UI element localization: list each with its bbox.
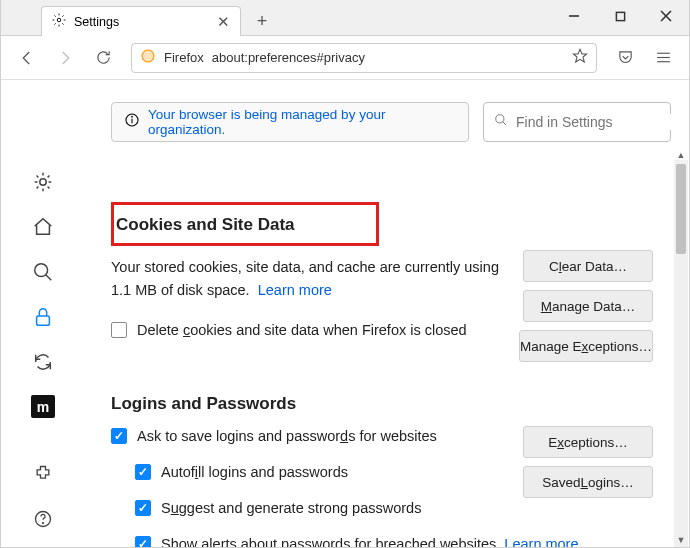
managed-banner: Your browser is being managed by your or… [111,102,469,142]
saved-logins-button[interactable]: Saved Logins… [523,466,653,498]
logins-section-title: Logins and Passwords [111,394,671,414]
ask-save-logins-label: Ask to save logins and passwords for web… [137,428,437,444]
breached-alerts-checkbox[interactable] [135,536,151,548]
suggest-passwords-checkbox[interactable] [135,500,151,516]
window-controls [551,0,689,32]
settings-main: Your browser is being managed by your or… [85,80,689,548]
sidebar-more-mozilla-icon[interactable]: m [31,395,55,418]
cookies-learn-more-link[interactable]: Learn more [258,282,332,298]
titlebar: Settings ✕ + [1,0,689,36]
menu-button[interactable] [647,42,679,74]
logins-exceptions-button[interactable]: Exceptions… [523,426,653,458]
svg-point-19 [496,115,504,123]
firefox-icon [140,48,156,67]
sidebar-extensions-icon[interactable] [31,462,55,485]
sidebar-help-icon[interactable] [31,507,55,530]
sidebar-search-icon[interactable] [31,260,55,283]
url-brand: Firefox [164,50,204,65]
autofill-logins-checkbox[interactable] [135,464,151,480]
scroll-thumb[interactable] [676,164,686,254]
svg-point-11 [35,263,48,276]
cookies-usage-text: Your stored cookies, site data, and cach… [111,256,511,302]
svg-point-18 [132,116,133,117]
breached-alerts-label: Show alerts about passwords for breached… [161,536,579,548]
clear-data-button[interactable]: Clear Data… [523,250,653,282]
delete-on-close-label: Delete cookies and site data when Firefo… [137,322,467,338]
suggest-passwords-label: Suggest and generate strong passwords [161,500,421,516]
sidebar-home-icon[interactable] [31,215,55,238]
maximize-button[interactable] [597,0,643,32]
svg-point-5 [142,50,154,62]
svg-rect-2 [616,12,624,20]
manage-exceptions-button[interactable]: Manage Exceptions… [519,330,653,362]
cookies-heading-highlight: Cookies and Site Data [111,202,379,246]
close-tab-icon[interactable]: ✕ [217,13,230,31]
tab-title: Settings [74,15,119,29]
toolbar: Firefox about:preferences#privacy [1,36,689,80]
reload-button[interactable] [87,42,119,74]
address-bar[interactable]: Firefox about:preferences#privacy [131,43,597,73]
managed-banner-text[interactable]: Your browser is being managed by your or… [148,107,456,137]
autofill-logins-label: Autofill logins and passwords [161,464,348,480]
suggest-passwords-row[interactable]: Suggest and generate strong passwords [135,500,671,516]
svg-line-20 [503,122,507,126]
svg-point-10 [40,178,46,184]
url-address: about:preferences#privacy [212,50,564,65]
cookies-section-title: Cookies and Site Data [116,215,366,235]
manage-data-button[interactable]: Manage Data… [523,290,653,322]
browser-tab-settings[interactable]: Settings ✕ [41,6,241,36]
svg-marker-6 [573,49,586,62]
gear-icon [52,13,66,30]
search-icon [494,113,508,131]
minimize-button[interactable] [551,0,597,32]
delete-on-close-checkbox[interactable] [111,322,127,338]
svg-rect-13 [37,316,50,325]
svg-point-0 [57,18,61,22]
forward-button[interactable] [49,42,81,74]
back-button[interactable] [11,42,43,74]
scroll-up-arrow[interactable]: ▲ [674,148,688,162]
find-settings-box[interactable] [483,102,671,142]
svg-line-12 [46,274,52,280]
scrollbar[interactable]: ▲ ▼ [674,160,688,547]
settings-sidebar: m [1,80,85,548]
breached-learn-more-link[interactable]: Learn more [504,536,578,548]
info-icon [124,112,140,132]
bookmark-star-icon[interactable] [572,48,588,67]
new-tab-button[interactable]: + [247,7,277,35]
find-settings-input[interactable] [516,114,689,130]
breached-alerts-row[interactable]: Show alerts about passwords for breached… [135,536,671,548]
pocket-icon[interactable] [609,42,641,74]
scroll-down-arrow[interactable]: ▼ [674,533,688,547]
sidebar-privacy-icon[interactable] [31,305,55,328]
close-window-button[interactable] [643,0,689,32]
ask-save-logins-checkbox[interactable] [111,428,127,444]
svg-point-15 [43,522,44,523]
sidebar-general-icon[interactable] [31,170,55,193]
sidebar-sync-icon[interactable] [31,350,55,373]
